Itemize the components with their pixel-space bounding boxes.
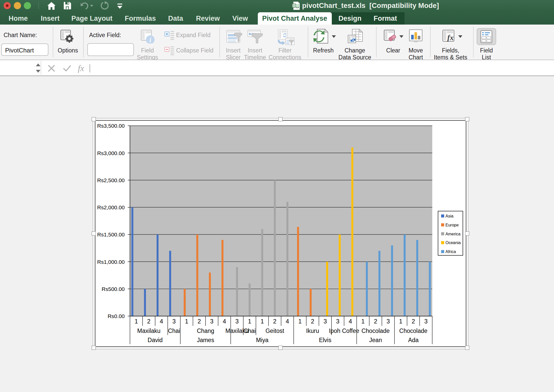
svg-text:1: 1 xyxy=(399,318,402,325)
svg-text:Oceania: Oceania xyxy=(445,241,461,245)
svg-text:Rs500.00: Rs500.00 xyxy=(102,286,125,292)
svg-text:4: 4 xyxy=(160,318,163,325)
svg-text:1: 1 xyxy=(361,318,365,325)
svg-text:Ipoh Coffee: Ipoh Coffee xyxy=(329,328,359,334)
svg-text:Jean: Jean xyxy=(369,337,382,343)
svg-text:Rs3,000.00: Rs3,000.00 xyxy=(97,150,125,156)
svg-text:Chocolade: Chocolade xyxy=(361,328,390,334)
svg-text:3: 3 xyxy=(387,318,390,325)
svg-text:1: 1 xyxy=(248,318,251,325)
svg-text:Ada: Ada xyxy=(408,337,419,343)
svg-text:2: 2 xyxy=(412,318,415,325)
svg-text:Rs1,000.00: Rs1,000.00 xyxy=(97,259,125,265)
svg-text:3: 3 xyxy=(324,318,327,325)
svg-text:Rs2,000.00: Rs2,000.00 xyxy=(97,204,125,210)
svg-text:Elvis: Elvis xyxy=(319,337,332,343)
svg-text:Chang: Chang xyxy=(197,328,214,334)
svg-text:Miya: Miya xyxy=(256,337,269,343)
svg-text:Rs2,500.00: Rs2,500.00 xyxy=(97,177,125,183)
svg-text:2: 2 xyxy=(273,318,276,325)
svg-text:Geitost: Geitost xyxy=(265,328,284,334)
svg-text:Chai: Chai xyxy=(243,328,255,334)
svg-text:Africa: Africa xyxy=(445,249,456,254)
svg-text:1: 1 xyxy=(135,318,138,325)
svg-text:1: 1 xyxy=(261,318,264,325)
svg-text:4: 4 xyxy=(223,318,226,325)
svg-text:3: 3 xyxy=(172,318,176,325)
svg-text:4: 4 xyxy=(349,318,352,325)
svg-text:Ikuru: Ikuru xyxy=(306,328,319,334)
svg-text:Maxilaku: Maxilaku xyxy=(137,328,161,334)
svg-text:1: 1 xyxy=(298,318,302,325)
svg-text:2: 2 xyxy=(311,318,314,325)
svg-text:Chocolade: Chocolade xyxy=(399,328,428,334)
svg-text:Europe: Europe xyxy=(445,223,459,227)
svg-text:1: 1 xyxy=(185,318,188,325)
svg-text:Rs0.00: Rs0.00 xyxy=(108,313,125,319)
svg-text:2: 2 xyxy=(147,318,151,325)
svg-text:4: 4 xyxy=(286,318,289,325)
svg-text:Chai: Chai xyxy=(168,328,180,334)
svg-text:David: David xyxy=(148,337,163,343)
svg-text:America: America xyxy=(445,232,461,236)
svg-text:3: 3 xyxy=(336,318,339,325)
svg-text:Rs3,500.00: Rs3,500.00 xyxy=(97,123,125,129)
svg-text:3: 3 xyxy=(210,318,214,325)
svg-text:3: 3 xyxy=(424,318,428,325)
svg-text:2: 2 xyxy=(198,318,201,325)
svg-text:3: 3 xyxy=(235,318,239,325)
svg-text:James: James xyxy=(197,337,214,343)
svg-text:2: 2 xyxy=(374,318,377,325)
svg-text:Asia: Asia xyxy=(445,214,453,218)
svg-text:Rs1,500.00: Rs1,500.00 xyxy=(97,232,125,237)
